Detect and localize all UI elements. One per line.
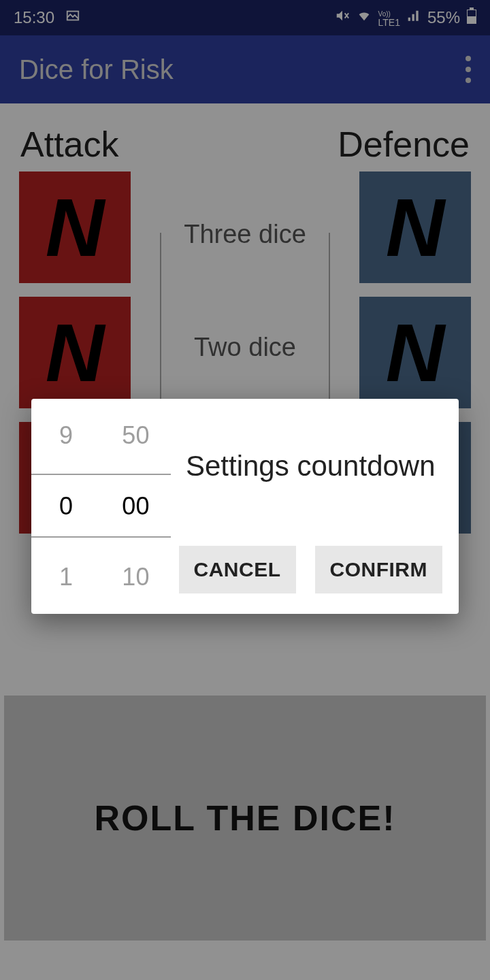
settings-countdown-dialog: 9 0 1 50 00 10 Settings countdown CANCEL…	[31, 399, 459, 614]
dialog-title: Settings countdown	[179, 449, 442, 483]
picker-prev[interactable]: 50	[122, 400, 149, 471]
picker-prev[interactable]: 9	[59, 400, 73, 471]
picker-selected[interactable]: 00	[122, 471, 149, 542]
confirm-button[interactable]: CONFIRM	[315, 546, 442, 593]
cancel-button[interactable]: CANCEL	[179, 546, 296, 593]
picker-next[interactable]: 10	[122, 542, 149, 612]
number-picker[interactable]: 9 0 1 50 00 10	[31, 399, 171, 614]
picker-column-minutes[interactable]: 9 0 1	[31, 399, 101, 614]
picker-next[interactable]: 1	[59, 542, 73, 612]
picker-selected[interactable]: 0	[59, 471, 73, 542]
picker-column-seconds[interactable]: 50 00 10	[101, 399, 170, 614]
